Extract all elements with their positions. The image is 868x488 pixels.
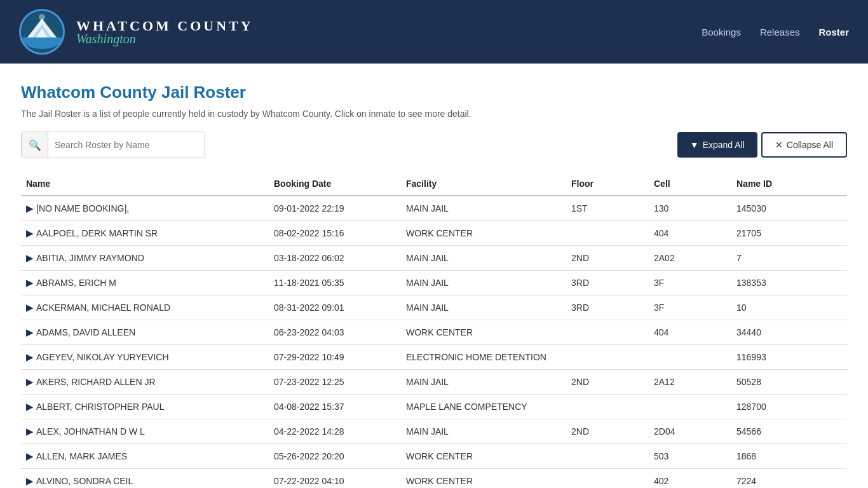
col-header-facility: Facility xyxy=(401,172,566,196)
cell-cell: 2A02 xyxy=(649,246,731,271)
cell-facility: WORK CENTER xyxy=(401,469,566,489)
main-nav: Bookings Releases Roster xyxy=(702,27,849,37)
state-name: Washington xyxy=(76,32,254,46)
site-header: WHATCOM COUNTY Washington Bookings Relea… xyxy=(0,0,868,64)
table-row[interactable]: ▶ALVINO, SONDRA CEIL07-22-2022 04:10WORK… xyxy=(21,469,847,489)
cell-nameid: 1868 xyxy=(731,444,847,469)
collapse-all-button[interactable]: ✕ Collapse All xyxy=(761,132,847,158)
cell-booking: 06-23-2022 04:03 xyxy=(269,320,401,345)
cell-booking: 09-01-2022 22:19 xyxy=(269,196,401,221)
collapse-icon: ✕ xyxy=(775,140,783,150)
cell-floor: 1ST xyxy=(566,196,649,221)
controls-row: 🔍 ▼ Expand All ✕ Collapse All xyxy=(21,132,847,158)
cell-facility: ELECTRONIC HOME DETENTION xyxy=(401,345,566,370)
col-header-nameid: Name ID xyxy=(731,172,847,196)
cell-nameid: 128700 xyxy=(731,395,847,419)
cell-nameid: 54566 xyxy=(731,419,847,444)
cell-floor: 3RD xyxy=(566,271,649,295)
table-row[interactable]: ▶ACKERMAN, MICHAEL RONALD08-31-2022 09:0… xyxy=(21,295,847,320)
col-header-name: Name xyxy=(21,172,269,196)
cell-name: ▶AKERS, RICHARD ALLEN JR xyxy=(21,370,269,395)
table-row[interactable]: ▶ALEX, JOHNATHAN D W L04-22-2022 14:28MA… xyxy=(21,419,847,444)
cell-nameid: 21705 xyxy=(731,221,847,246)
row-expand-icon: ▶ xyxy=(26,401,34,412)
nav-releases[interactable]: Releases xyxy=(760,27,800,37)
cell-nameid: 7 xyxy=(731,246,847,271)
table-row[interactable]: ▶AGEYEV, NIKOLAY YURYEVICH07-29-2022 10:… xyxy=(21,345,847,370)
cell-facility: MAPLE LANE COMPETENCY xyxy=(401,395,566,419)
page-title: Whatcom County Jail Roster xyxy=(21,83,847,102)
search-box: 🔍 xyxy=(21,132,205,158)
cell-cell: 130 xyxy=(649,196,731,221)
cell-name: ▶ABRAMS, ERICH M xyxy=(21,271,269,295)
cell-booking: 04-08-2022 15:37 xyxy=(269,395,401,419)
cell-cell xyxy=(649,395,731,419)
site-title: WHATCOM COUNTY Washington xyxy=(76,18,254,46)
cell-cell: 3F xyxy=(649,295,731,320)
row-expand-icon: ▶ xyxy=(26,227,34,238)
cell-nameid: 50528 xyxy=(731,370,847,395)
cell-facility: MAIN JAIL xyxy=(401,196,566,221)
cell-cell: 2D04 xyxy=(649,419,731,444)
search-icon: 🔍 xyxy=(29,139,41,151)
cell-name: ▶ALEX, JOHNATHAN D W L xyxy=(21,419,269,444)
cell-booking: 07-29-2022 10:49 xyxy=(269,345,401,370)
cell-name: ▶ALBERT, CHRISTOPHER PAUL xyxy=(21,395,269,419)
cell-floor xyxy=(566,395,649,419)
cell-nameid: 34440 xyxy=(731,320,847,345)
cell-facility: MAIN JAIL xyxy=(401,419,566,444)
cell-floor xyxy=(566,345,649,370)
table-row[interactable]: ▶AKERS, RICHARD ALLEN JR07-23-2022 12:25… xyxy=(21,370,847,395)
expand-icon: ▼ xyxy=(690,140,699,150)
cell-name: ▶AGEYEV, NIKOLAY YURYEVICH xyxy=(21,345,269,370)
table-row[interactable]: ▶ADAMS, DAVID ALLEEN06-23-2022 04:03WORK… xyxy=(21,320,847,345)
cell-name: ▶[NO NAME BOOKING], xyxy=(21,196,269,221)
cell-booking: 05-26-2022 20:20 xyxy=(269,444,401,469)
cell-floor xyxy=(566,469,649,489)
cell-facility: WORK CENTER xyxy=(401,221,566,246)
search-button[interactable]: 🔍 xyxy=(22,132,48,158)
cell-nameid: 145030 xyxy=(731,196,847,221)
cell-nameid: 138353 xyxy=(731,271,847,295)
svg-point-6 xyxy=(39,14,45,20)
cell-cell: 402 xyxy=(649,469,731,489)
cell-nameid: 7224 xyxy=(731,469,847,489)
cell-booking: 07-22-2022 04:10 xyxy=(269,469,401,489)
expand-collapse-group: ▼ Expand All ✕ Collapse All xyxy=(677,132,847,158)
cell-floor: 2ND xyxy=(566,246,649,271)
cell-floor: 3RD xyxy=(566,295,649,320)
cell-booking: 11-18-2021 05:35 xyxy=(269,271,401,295)
table-row[interactable]: ▶[NO NAME BOOKING],09-01-2022 22:19MAIN … xyxy=(21,196,847,221)
cell-booking: 04-22-2022 14:28 xyxy=(269,419,401,444)
expand-all-button[interactable]: ▼ Expand All xyxy=(677,132,757,158)
cell-facility: MAIN JAIL xyxy=(401,295,566,320)
cell-booking: 03-18-2022 06:02 xyxy=(269,246,401,271)
search-input[interactable] xyxy=(48,132,205,158)
table-row[interactable]: ▶AALPOEL, DERK MARTIN SR08-02-2022 15:16… xyxy=(21,221,847,246)
cell-cell: 404 xyxy=(649,320,731,345)
row-expand-icon: ▶ xyxy=(26,277,34,288)
col-header-floor: Floor xyxy=(566,172,649,196)
row-expand-icon: ▶ xyxy=(26,351,34,362)
table-row[interactable]: ▶ABRAMS, ERICH M11-18-2021 05:35MAIN JAI… xyxy=(21,271,847,295)
nav-bookings[interactable]: Bookings xyxy=(702,27,741,37)
table-row[interactable]: ▶ALBERT, CHRISTOPHER PAUL04-08-2022 15:3… xyxy=(21,395,847,419)
cell-facility: MAIN JAIL xyxy=(401,370,566,395)
cell-facility: WORK CENTER xyxy=(401,444,566,469)
table-row[interactable]: ▶ABITIA, JIMMY RAYMOND03-18-2022 06:02MA… xyxy=(21,246,847,271)
row-expand-icon: ▶ xyxy=(26,252,34,263)
col-header-booking: Booking Date xyxy=(269,172,401,196)
cell-nameid: 116993 xyxy=(731,345,847,370)
row-expand-icon: ▶ xyxy=(26,475,34,486)
cell-cell: 404 xyxy=(649,221,731,246)
row-expand-icon: ▶ xyxy=(26,376,34,387)
nav-roster[interactable]: Roster xyxy=(818,27,849,37)
row-expand-icon: ▶ xyxy=(26,203,34,214)
header-row: Name Booking Date Facility Floor Cell Na… xyxy=(21,172,847,196)
cell-cell: 503 xyxy=(649,444,731,469)
table-body: ▶[NO NAME BOOKING],09-01-2022 22:19MAIN … xyxy=(21,196,847,488)
cell-name: ▶AALPOEL, DERK MARTIN SR xyxy=(21,221,269,246)
cell-floor xyxy=(566,444,649,469)
row-expand-icon: ▶ xyxy=(26,426,34,437)
table-row[interactable]: ▶ALLEN, MARK JAMES05-26-2022 20:20WORK C… xyxy=(21,444,847,469)
